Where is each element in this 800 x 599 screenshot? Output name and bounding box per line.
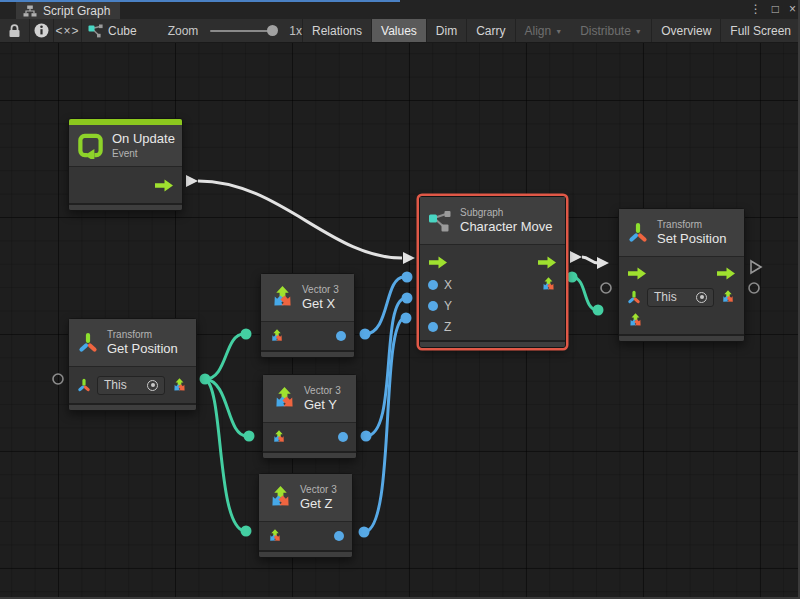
this-field[interactable]: This bbox=[647, 288, 714, 307]
transform-icon bbox=[77, 331, 99, 355]
wire-endpoint[interactable] bbox=[593, 305, 604, 316]
zoom-label: Zoom bbox=[168, 24, 199, 38]
toolbar-button-values[interactable]: Values bbox=[372, 19, 426, 42]
titlebar: Script Graph ⋮ □ × bbox=[0, 0, 800, 19]
info-button[interactable] bbox=[30, 19, 54, 42]
node-title: On Update bbox=[112, 131, 175, 147]
wire-flow-onupdate-to-charactermove[interactable] bbox=[198, 181, 402, 258]
node-title: Get Y bbox=[304, 397, 341, 413]
node-title: Set Position bbox=[657, 231, 726, 247]
tab-script-graph[interactable]: Script Graph bbox=[16, 2, 120, 19]
output-port-y[interactable] bbox=[338, 432, 348, 442]
graph-reference-cell: Cube Zoom 1x bbox=[82, 19, 303, 42]
object-picker-icon[interactable] bbox=[147, 380, 158, 391]
node-set-position[interactable]: Transform Set Position bbox=[618, 208, 745, 342]
stub-setposition-this[interactable] bbox=[601, 283, 611, 293]
toolbar-button-distribute[interactable]: Distribute▼ bbox=[571, 19, 651, 42]
toolbar-button-overview[interactable]: Overview bbox=[652, 19, 720, 42]
vector3-in-port[interactable] bbox=[267, 528, 283, 544]
flow-arrowhead[interactable] bbox=[186, 175, 198, 187]
script-graph-window: Script Graph ⋮ □ × <×> bbox=[0, 0, 800, 599]
wire-gety-to-y[interactable] bbox=[366, 298, 405, 436]
lock-button[interactable] bbox=[0, 19, 30, 42]
transform-in-port[interactable] bbox=[627, 290, 641, 305]
node-title: Get Z bbox=[300, 496, 337, 512]
wire-endpoint[interactable] bbox=[360, 329, 371, 340]
vector3-in-port[interactable] bbox=[269, 328, 285, 344]
wire-endpoint[interactable] bbox=[359, 527, 370, 538]
wire-endpoint[interactable] bbox=[567, 272, 578, 283]
menu-icon[interactable]: ⋮ bbox=[750, 0, 762, 19]
object-picker-icon[interactable] bbox=[696, 292, 707, 303]
node-title: Get Position bbox=[107, 341, 178, 357]
node-kind: Event bbox=[112, 147, 175, 160]
node-footer bbox=[259, 550, 352, 557]
chevron-down-icon: ▼ bbox=[555, 28, 562, 35]
node-get-z[interactable]: Vector 3 Get Z bbox=[258, 473, 353, 558]
node-footer bbox=[69, 403, 196, 410]
port-label-z: Z bbox=[444, 320, 451, 334]
toolbar-button-carry[interactable]: Carry bbox=[467, 19, 514, 42]
vector3-icon bbox=[269, 284, 296, 311]
wire-endpoint[interactable] bbox=[361, 431, 372, 442]
flow-arrowhead[interactable] bbox=[403, 252, 415, 264]
input-port-x[interactable] bbox=[428, 280, 438, 290]
node-get-position[interactable]: Transform Get Position This bbox=[68, 318, 197, 411]
vector3-out-port[interactable] bbox=[171, 377, 188, 394]
toolbar-button-dim[interactable]: Dim bbox=[427, 19, 466, 42]
flow-out-port[interactable] bbox=[537, 256, 557, 269]
flow-in-port[interactable] bbox=[627, 267, 647, 280]
wire-endpoint[interactable] bbox=[244, 431, 255, 442]
graph-ref-name[interactable]: Cube bbox=[108, 24, 137, 38]
vector3-out-port[interactable] bbox=[540, 276, 557, 293]
vector3-icon bbox=[271, 385, 298, 412]
node-kind: Subgraph bbox=[460, 206, 552, 219]
stub-setposition-value-out[interactable] bbox=[749, 283, 759, 293]
node-get-y[interactable]: Vector 3 Get Y bbox=[262, 374, 357, 459]
toolbar-button-fullscreen[interactable]: Full Screen bbox=[721, 19, 800, 42]
wire-flow-charactermove-to-setposition[interactable] bbox=[582, 257, 598, 263]
node-footer bbox=[69, 203, 182, 210]
input-port-z[interactable] bbox=[428, 322, 438, 332]
wire-endpoint[interactable] bbox=[402, 272, 413, 283]
toolbar-button-align[interactable]: Align▼ bbox=[516, 19, 572, 42]
wire-endpoint[interactable] bbox=[241, 526, 252, 537]
vector3-out-port[interactable] bbox=[720, 289, 736, 305]
flow-arrowhead[interactable] bbox=[570, 251, 582, 263]
wire-getposition-to-getx[interactable] bbox=[205, 334, 244, 379]
flow-in-port[interactable] bbox=[428, 256, 448, 269]
stub-getposition-this[interactable] bbox=[53, 374, 63, 384]
stub-setposition-flow-out[interactable] bbox=[751, 261, 761, 273]
toolbar-button-relations[interactable]: Relations bbox=[303, 19, 371, 42]
transform-icon bbox=[627, 221, 649, 245]
lock-icon bbox=[8, 24, 21, 38]
zoom-slider[interactable] bbox=[210, 30, 276, 32]
graph-canvas[interactable]: On Update Event bbox=[0, 43, 800, 599]
wire-charactermove-to-setposition-value[interactable] bbox=[572, 277, 597, 310]
vector3-in-port[interactable] bbox=[627, 312, 644, 329]
flow-out-port[interactable] bbox=[154, 179, 174, 192]
wire-endpoint[interactable] bbox=[402, 293, 413, 304]
wire-endpoint[interactable] bbox=[200, 374, 211, 385]
this-field[interactable]: This bbox=[97, 376, 165, 395]
node-character-move[interactable]: Subgraph Character Move X bbox=[419, 196, 566, 348]
flow-out-port[interactable] bbox=[716, 267, 736, 280]
output-port-x[interactable] bbox=[336, 331, 346, 341]
output-port-z[interactable] bbox=[334, 531, 344, 541]
code-view-button[interactable]: <×> bbox=[54, 19, 82, 42]
port-label-x: X bbox=[444, 278, 452, 292]
node-get-x[interactable]: Vector 3 Get X bbox=[260, 273, 355, 358]
flow-arrowhead[interactable] bbox=[597, 257, 609, 269]
window-controls: ⋮ □ × bbox=[750, 0, 796, 19]
wire-endpoint[interactable] bbox=[401, 313, 412, 324]
close-icon[interactable]: × bbox=[789, 0, 796, 19]
transform-in-port[interactable] bbox=[77, 378, 91, 393]
input-port-y[interactable] bbox=[428, 301, 438, 311]
zoom-slider-knob[interactable] bbox=[267, 25, 278, 36]
wire-getz-to-z[interactable] bbox=[364, 318, 404, 532]
maximize-icon[interactable]: □ bbox=[772, 0, 779, 19]
node-on-update[interactable]: On Update Event bbox=[68, 118, 183, 211]
wire-endpoint[interactable] bbox=[241, 329, 252, 340]
subgraph-ref-icon bbox=[88, 24, 103, 38]
vector3-in-port[interactable] bbox=[271, 429, 287, 445]
